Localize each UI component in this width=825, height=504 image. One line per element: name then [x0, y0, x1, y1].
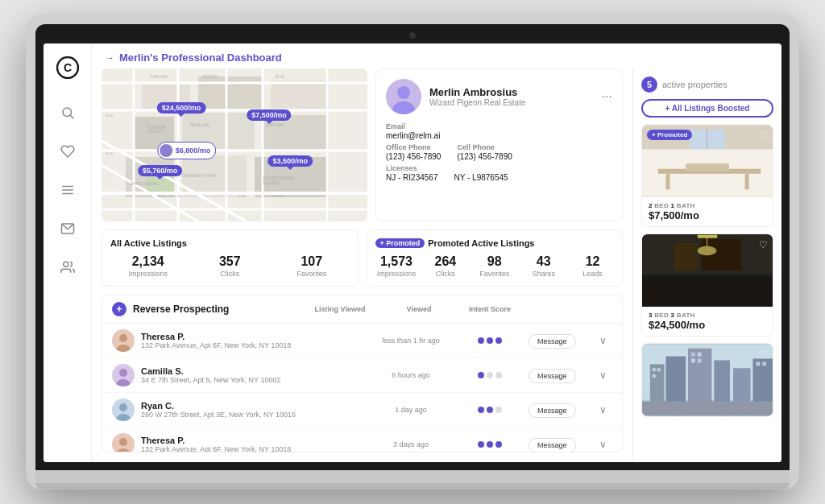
licenses-values: NJ - RI234567 NY - L9876545	[386, 173, 612, 182]
intent-dot	[478, 407, 484, 413]
svg-text:DISTRICT: DISTRICT	[147, 130, 164, 134]
prospecting-plus-icon: +	[112, 302, 126, 316]
table-row: Theresa P. 132 Park Avenue, Apt 6F, New …	[102, 324, 622, 358]
intent-dot	[487, 441, 493, 448]
promo-leads-stat: 12 Leads	[571, 254, 614, 278]
property-info: 2 BED 1 BATH $7,500/mo	[642, 197, 773, 226]
prospect-avatar	[112, 364, 135, 386]
svg-point-58	[119, 403, 127, 411]
promo-impressions-value: 1,573	[375, 254, 418, 269]
expand-button[interactable]: ∨	[593, 439, 612, 450]
intent-dot	[487, 372, 493, 378]
property-card: ♡	[641, 343, 773, 417]
promo-impressions-stat: 1,573 Impressions	[375, 254, 418, 278]
property-image	[642, 234, 773, 307]
property-heart-icon[interactable]: ♡	[759, 130, 768, 141]
dark-room-image	[642, 234, 773, 307]
table-row: Ryan C. 260 W 27th Street, Apt 3E, New Y…	[102, 393, 622, 428]
svg-point-61	[119, 438, 127, 446]
map-pin-24500[interactable]: $24,500/mo	[157, 102, 206, 114]
prospect-name: Theresa P.	[141, 332, 364, 341]
logo-icon: C	[56, 56, 79, 79]
message-button[interactable]: Message	[529, 334, 576, 349]
right-panel: 5 active properties + All Listings Boost…	[632, 68, 781, 462]
camera	[409, 32, 416, 39]
all-listings-title: All Active Listings	[110, 238, 350, 248]
cell-phone-value: (123) 456-7890	[457, 152, 512, 161]
property-card: + Promoted ♡ 2 BED 1 BATH $7,500/mo	[641, 124, 773, 227]
svg-text:33 St: 33 St	[275, 74, 284, 79]
prospect-name: Theresa P.	[141, 436, 364, 445]
top-section: CHELSEA NOMAD 33 St FLATIRON DISTRICT RO…	[102, 68, 623, 221]
expand-button[interactable]: ∨	[593, 404, 612, 415]
prospect-address: 260 W 27th Street, Apt 3E, New York, NY …	[141, 411, 364, 419]
svg-text:GRAMERCY PARK: GRAMERCY PARK	[182, 173, 218, 178]
page-title: Merlin's Professional Dashboard	[119, 52, 282, 64]
prospect-avatar	[112, 329, 135, 352]
laptop-base	[35, 470, 790, 483]
expand-button[interactable]: ∨	[593, 335, 612, 346]
left-panel: CHELSEA NOMAD 33 St FLATIRON DISTRICT RO…	[92, 68, 632, 462]
prospect-address: 132 Park Avenue, Apt 6F, New York, NY 10…	[141, 445, 364, 452]
prospect-avatar	[112, 399, 135, 421]
promo-impressions-label: Impressions	[375, 270, 418, 278]
map-pin-3500[interactable]: $3,500/mo	[268, 155, 313, 167]
property-beds: 2 BED 1 BATH	[649, 202, 766, 209]
office-phone-label: Office Phone	[386, 143, 441, 151]
svg-point-52	[119, 334, 127, 342]
active-label: active properties	[662, 80, 773, 89]
clicks-value: 357	[193, 254, 268, 269]
svg-rect-74	[686, 163, 729, 171]
cell-phone-section: Cell Phone (123) 456-7890	[457, 143, 512, 161]
message-button[interactable]: Message	[529, 438, 576, 452]
email-value: merlin@relm.ai	[386, 131, 612, 140]
expand-button[interactable]: ∨	[593, 370, 612, 381]
building-image	[642, 344, 773, 416]
svg-rect-97	[698, 358, 702, 362]
property-heart-icon[interactable]: ♡	[759, 239, 768, 250]
property-heart-icon[interactable]: ♡	[759, 349, 768, 360]
message-button[interactable]: Message	[529, 369, 576, 383]
col-viewed: Viewed	[387, 305, 451, 313]
license2: NY - L9876545	[454, 173, 508, 182]
promo-shares-label: Shares	[522, 270, 565, 278]
clicks-label: Clicks	[193, 270, 268, 278]
prospect-intent	[458, 407, 522, 413]
heart-icon[interactable]	[56, 140, 79, 163]
svg-text:C: C	[63, 61, 71, 74]
svg-rect-94	[691, 353, 695, 357]
svg-text:14 St: 14 St	[238, 194, 247, 198]
menu-icon[interactable]	[56, 179, 79, 201]
more-options-button[interactable]: ···	[602, 89, 612, 104]
prospect-viewed: 3 days ago	[371, 440, 451, 448]
screen-bezel: C	[35, 24, 790, 470]
prospect-info: Theresa P. 132 Park Avenue, Apt 6F, New …	[141, 436, 364, 452]
all-listings-stats: All Active Listings 2,134 Impressions 35…	[102, 229, 359, 287]
prospect-intent	[458, 441, 522, 448]
col-intent: Intent Score	[458, 305, 522, 313]
screen: C	[44, 43, 781, 462]
intent-dot	[495, 407, 502, 413]
svg-point-2	[63, 108, 72, 117]
svg-text:ROSE HILL: ROSE HILL	[190, 122, 211, 127]
licenses-label: Licenses	[386, 164, 612, 172]
svg-rect-93	[653, 374, 656, 378]
message-button[interactable]: Message	[529, 403, 576, 418]
profile-email-section: Email merlin@relm.ai	[386, 122, 612, 140]
table-row: Camilla S. 34 E 7th Street, Apt 5, New Y…	[102, 358, 622, 393]
mail-icon[interactable]	[56, 217, 79, 240]
prospecting-title: Reverse Prospecting	[133, 304, 229, 315]
map-pin-7500[interactable]: $7,500/mo	[247, 109, 292, 121]
promo-shares-stat: 43 Shares	[522, 254, 565, 278]
search-icon[interactable]	[56, 101, 79, 124]
svg-rect-99	[762, 361, 766, 366]
people-icon[interactable]	[56, 256, 79, 279]
boost-all-button[interactable]: + All Listings Boosted	[641, 99, 773, 118]
svg-rect-95	[698, 353, 702, 357]
promo-leads-value: 12	[571, 254, 614, 269]
map-pin-6800[interactable]: $6,800/mo	[157, 142, 217, 159]
map-pin-5760[interactable]: $5,760/mo	[138, 165, 183, 176]
svg-point-55	[119, 369, 127, 377]
impressions-label: Impressions	[110, 270, 186, 278]
svg-text:Union St: Union St	[271, 194, 284, 198]
